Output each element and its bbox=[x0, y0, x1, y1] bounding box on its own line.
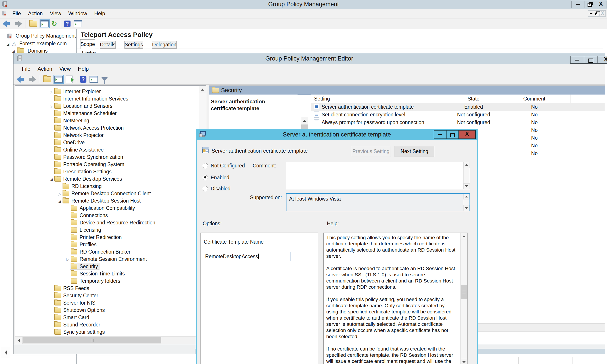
radio-not-configured[interactable]: Not Configured bbox=[203, 163, 245, 169]
filter-icon[interactable] bbox=[101, 77, 108, 81]
tree-item[interactable]: Device and Resource Redirection bbox=[15, 219, 199, 226]
tab-delegation[interactable]: Delegation bbox=[152, 41, 177, 49]
tree-item[interactable]: Security bbox=[15, 263, 199, 270]
back-icon[interactable] bbox=[3, 21, 12, 27]
main-titlebar[interactable]: Group Policy Management X bbox=[0, 0, 607, 9]
help-scroll-up-button[interactable] bbox=[461, 233, 467, 239]
show-console-tree-icon[interactable] bbox=[54, 75, 64, 84]
tree-scroll-left-button[interactable] bbox=[15, 337, 23, 344]
tab-settings[interactable]: Settings bbox=[124, 41, 143, 49]
main-minimize-button[interactable] bbox=[572, 1, 584, 8]
collapsed-icon[interactable]: ▷ bbox=[65, 256, 70, 263]
comment-textarea[interactable] bbox=[286, 162, 470, 189]
tree-item[interactable]: RD Licensing bbox=[15, 183, 199, 190]
console-window-icon[interactable] bbox=[90, 76, 98, 83]
editor-menu-file[interactable]: File bbox=[18, 64, 34, 74]
editor-maximize-button[interactable] bbox=[584, 56, 598, 64]
tree-item[interactable]: Password Synchronization bbox=[15, 154, 199, 161]
column-header-setting[interactable]: Setting bbox=[311, 94, 449, 103]
supported-on-box[interactable]: At least Windows Vista bbox=[286, 193, 470, 211]
tree-item[interactable]: Network Access Protection bbox=[15, 124, 199, 132]
parent-folder-icon[interactable] bbox=[43, 77, 51, 82]
comment-scroll-up-button[interactable] bbox=[464, 162, 470, 168]
tree-item-gpm-root[interactable]: Group Policy Management bbox=[7, 32, 76, 39]
mdi-restore-button[interactable] bbox=[594, 11, 600, 16]
main-close-button[interactable]: X bbox=[595, 1, 607, 8]
expanded-icon[interactable]: ◢ bbox=[49, 176, 54, 183]
expanded-icon[interactable]: ◢ bbox=[5, 40, 11, 48]
tree-item[interactable]: Internet Information Services bbox=[15, 95, 199, 103]
tree-scroll-up-button[interactable] bbox=[199, 86, 206, 93]
tree-item-forest[interactable]: ◢ △ Forest: example.com bbox=[5, 40, 67, 47]
back-icon[interactable] bbox=[17, 76, 26, 83]
radio-icon[interactable] bbox=[203, 186, 208, 191]
tree-hscroll-thumb[interactable] bbox=[23, 337, 161, 343]
expanded-icon[interactable]: ◢ bbox=[57, 198, 62, 205]
tree-item[interactable]: RD Connection Broker bbox=[15, 248, 199, 256]
tree-item[interactable]: Licensing bbox=[15, 226, 199, 234]
next-setting-button[interactable]: Next Setting bbox=[395, 146, 434, 157]
tree-item[interactable]: Session Time Limits bbox=[15, 270, 199, 277]
comment-scroll-down-button[interactable] bbox=[464, 183, 470, 189]
tree-item[interactable]: Network Projector bbox=[15, 132, 199, 139]
tree-item[interactable]: OneDrive bbox=[15, 139, 199, 146]
forward-icon[interactable] bbox=[27, 76, 36, 83]
radio-icon[interactable] bbox=[203, 163, 208, 168]
tree-item[interactable]: RSS Feeds bbox=[15, 285, 199, 292]
collapsed-icon[interactable]: ▷ bbox=[57, 190, 62, 198]
main-menu-view[interactable]: View bbox=[46, 9, 65, 18]
radio-disabled[interactable]: Disabled bbox=[203, 186, 230, 192]
tree-item[interactable]: Portable Operating System bbox=[15, 161, 199, 168]
dialog-maximize-button[interactable] bbox=[446, 130, 459, 139]
tree-item[interactable]: Smart Card bbox=[15, 314, 199, 321]
main-menu-help[interactable]: Help bbox=[91, 9, 108, 18]
tab-details[interactable]: Details bbox=[100, 41, 116, 49]
tree-item[interactable]: Temporary folders bbox=[15, 277, 199, 285]
tree-item[interactable]: Connections bbox=[15, 212, 199, 219]
editor-titlebar[interactable]: Group Policy Management Editor X bbox=[13, 53, 605, 64]
refresh-icon[interactable]: ↻ bbox=[52, 21, 57, 27]
tree-item[interactable]: Presentation Settings bbox=[15, 168, 199, 175]
mdi-close-button[interactable]: X bbox=[600, 11, 606, 16]
tree-item[interactable]: Maintenance Scheduler bbox=[15, 110, 199, 117]
main-menu-window[interactable]: Window bbox=[65, 9, 91, 18]
editor-close-button[interactable]: X bbox=[598, 56, 607, 64]
tree-item[interactable]: ◢Remote Desktop Services bbox=[15, 175, 199, 183]
column-header-comment[interactable]: Comment bbox=[498, 94, 571, 103]
tree-item[interactable]: ▷Location and Sensors bbox=[15, 103, 199, 110]
tree-hscrollbar[interactable] bbox=[15, 336, 199, 344]
editor-minimize-button[interactable] bbox=[570, 56, 584, 64]
tree-item[interactable]: Printer Redirection bbox=[15, 234, 199, 241]
tree-item[interactable]: Sound Recorder bbox=[15, 321, 199, 328]
tree-item[interactable]: ▷Internet Explorer bbox=[15, 88, 199, 95]
dialog-minimize-button[interactable] bbox=[434, 130, 446, 139]
main-hscroll-left-button[interactable] bbox=[1, 347, 10, 358]
radio-selected-icon[interactable] bbox=[203, 175, 208, 180]
help-scroll-down-button[interactable] bbox=[461, 359, 467, 364]
help-icon[interactable]: ? bbox=[80, 76, 86, 83]
console-window-icon[interactable] bbox=[74, 20, 82, 27]
forward-icon[interactable] bbox=[13, 21, 22, 27]
mdi-minimize-button[interactable] bbox=[588, 11, 594, 16]
tree-item[interactable]: Profiles bbox=[15, 241, 199, 248]
previous-setting-button[interactable]: Previous Setting bbox=[351, 146, 391, 157]
parent-folder-icon[interactable] bbox=[29, 21, 37, 27]
column-header-state[interactable]: State bbox=[449, 94, 498, 103]
supported-scroll-down-button[interactable] bbox=[463, 205, 470, 211]
tree-item[interactable]: NetMeeting bbox=[15, 117, 199, 124]
collapsed-icon[interactable]: ▷ bbox=[49, 88, 54, 96]
settings-row[interactable]: Set client connection encryption levelNo… bbox=[311, 111, 605, 119]
editor-menu-help[interactable]: Help bbox=[74, 64, 92, 74]
tree-item[interactable]: Security Center bbox=[15, 292, 199, 299]
tab-scope[interactable]: Scope bbox=[80, 39, 95, 49]
tree-item[interactable]: ▷Remote Desktop Connection Client bbox=[15, 190, 199, 197]
help-vscrollbar[interactable] bbox=[460, 233, 467, 364]
dialog-close-button[interactable]: X bbox=[459, 130, 476, 139]
collapsed-icon[interactable]: ▷ bbox=[49, 103, 54, 110]
radio-enabled[interactable]: Enabled bbox=[203, 175, 229, 181]
tree-item[interactable]: ◢Remote Desktop Session Host bbox=[15, 197, 199, 205]
show-console-tree-icon[interactable] bbox=[40, 19, 50, 28]
dialog-titlebar[interactable]: Server authentication certificate templa… bbox=[196, 129, 478, 140]
tree-item[interactable]: Online Assistance bbox=[15, 146, 199, 154]
help-scroll-thumb[interactable] bbox=[461, 285, 467, 299]
